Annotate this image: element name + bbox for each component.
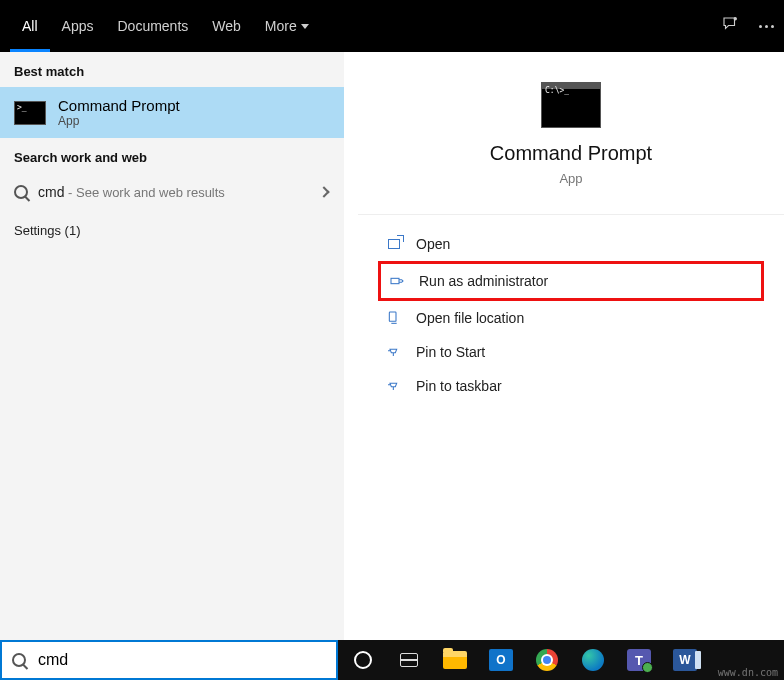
search-icon	[12, 653, 26, 667]
tab-all[interactable]: All	[10, 0, 50, 52]
chevron-down-icon	[301, 24, 309, 29]
action-admin-label: Run as administrator	[419, 273, 548, 289]
outlook-icon[interactable]: O	[484, 645, 518, 675]
action-pin-taskbar-label: Pin to taskbar	[416, 378, 502, 394]
action-list: Open Run as administrator Open file loca…	[358, 215, 784, 415]
admin-shield-icon	[389, 273, 405, 289]
action-run-as-administrator[interactable]: Run as administrator	[378, 261, 764, 301]
command-prompt-icon-large	[541, 82, 601, 128]
action-pin-to-start[interactable]: Pin to Start	[378, 335, 764, 369]
app-title: Command Prompt	[358, 142, 784, 165]
search-term: cmd	[38, 184, 64, 200]
action-open-file-location[interactable]: Open file location	[378, 301, 764, 335]
tab-more[interactable]: More	[253, 0, 321, 52]
chrome-icon[interactable]	[530, 645, 564, 675]
best-match-heading: Best match	[0, 52, 344, 87]
feedback-icon[interactable]	[721, 15, 739, 37]
command-prompt-icon	[14, 101, 46, 125]
search-filter-bar: All Apps Documents Web More	[0, 0, 784, 52]
edge-icon[interactable]	[576, 645, 610, 675]
pin-icon	[386, 378, 402, 394]
app-subtitle: App	[358, 171, 784, 186]
top-right-controls	[721, 0, 774, 52]
file-explorer-icon[interactable]	[438, 645, 472, 675]
word-icon[interactable]: W	[668, 645, 702, 675]
watermark-text: www.dn.com	[718, 667, 778, 678]
tab-documents[interactable]: Documents	[105, 0, 200, 52]
more-options-icon[interactable]	[759, 25, 774, 28]
action-open-label: Open	[416, 236, 450, 252]
svg-rect-1	[391, 278, 399, 283]
best-match-result[interactable]: Command Prompt App	[0, 87, 344, 138]
action-pin-start-label: Pin to Start	[416, 344, 485, 360]
taskbar: O T W www.dn.com	[338, 640, 784, 680]
content-area: Best match Command Prompt App Search wor…	[0, 52, 784, 640]
tab-apps[interactable]: Apps	[50, 0, 106, 52]
results-panel: Best match Command Prompt App Search wor…	[0, 52, 344, 640]
preview-panel: Command Prompt App Open Run as administr…	[358, 52, 784, 640]
settings-group[interactable]: Settings (1)	[0, 211, 344, 250]
cortana-icon[interactable]	[346, 645, 380, 675]
tab-web[interactable]: Web	[200, 0, 253, 52]
search-input[interactable]	[38, 651, 326, 669]
action-open[interactable]: Open	[378, 227, 764, 261]
tab-more-label: More	[265, 0, 297, 52]
result-text: Command Prompt App	[58, 97, 180, 128]
svg-point-0	[734, 18, 736, 20]
result-subtitle: App	[58, 114, 180, 128]
task-view-icon[interactable]	[392, 645, 426, 675]
app-preview-header: Command Prompt App	[358, 66, 784, 215]
teams-icon[interactable]: T	[622, 645, 656, 675]
search-box[interactable]	[0, 640, 338, 680]
pin-icon	[386, 344, 402, 360]
folder-location-icon	[386, 310, 402, 326]
open-icon	[386, 236, 402, 252]
search-icon	[14, 185, 28, 199]
search-web-text: cmd - See work and web results	[38, 183, 225, 201]
svg-rect-2	[389, 312, 396, 321]
search-web-heading: Search work and web	[0, 138, 344, 173]
action-location-label: Open file location	[416, 310, 524, 326]
action-pin-to-taskbar[interactable]: Pin to taskbar	[378, 369, 764, 403]
result-title: Command Prompt	[58, 97, 180, 114]
chevron-right-icon	[318, 186, 329, 197]
search-hint: - See work and web results	[64, 185, 224, 200]
search-web-result[interactable]: cmd - See work and web results	[0, 173, 344, 211]
